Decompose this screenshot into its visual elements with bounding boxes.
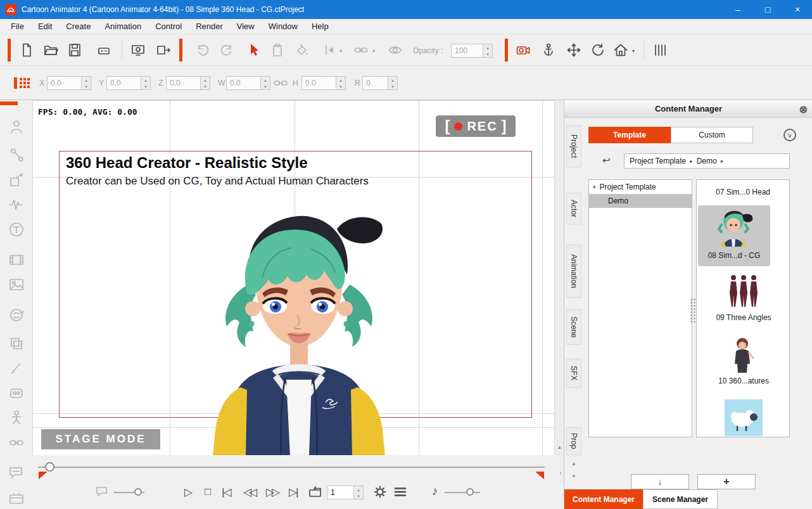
stop-button[interactable]: □ [205, 486, 211, 498]
tab-project[interactable]: Project [566, 126, 581, 167]
panel-close-icon[interactable]: ⊗ [799, 103, 808, 115]
maximize-button[interactable]: □ [753, 0, 782, 19]
text-tool-icon[interactable] [8, 221, 25, 238]
loop-playback-button[interactable] [308, 485, 323, 502]
flip-dropdown-icon[interactable]: ▾ [339, 48, 342, 54]
timeline-settings-gear-icon[interactable] [372, 484, 388, 501]
previous-frame-button[interactable]: ◁◁ [243, 486, 255, 499]
link-dropdown-icon[interactable]: ▾ [372, 48, 375, 54]
three-sixty-view-icon[interactable] [8, 306, 25, 324]
r-input[interactable] [362, 76, 388, 90]
breadcrumb[interactable]: Project Template ▸ Demo ▸ [624, 153, 790, 169]
home-dropdown-icon[interactable]: ▾ [632, 48, 635, 54]
image-layer-icon[interactable] [8, 276, 25, 293]
item-caption-10[interactable]: 10 360...atures [697, 377, 790, 385]
grid-snap-icon[interactable] [13, 74, 30, 92]
paste-button[interactable] [269, 41, 286, 59]
actor-icon[interactable] [8, 118, 25, 136]
list-item-10[interactable]: 10 360...atures [697, 336, 790, 385]
y-stepper[interactable]: ▴▾ [141, 76, 151, 90]
menu-animation[interactable]: Animation [98, 19, 148, 34]
tree-demo-row[interactable]: Demo [589, 194, 692, 208]
w-input[interactable] [226, 76, 261, 90]
tab-animation[interactable]: Animation [566, 245, 581, 298]
home-view-button[interactable] [612, 41, 630, 59]
menu-help[interactable]: Help [305, 19, 336, 34]
minimize-button[interactable]: – [723, 0, 752, 19]
trim-tool-button[interactable] [95, 41, 113, 59]
stage-mode-button[interactable]: STAGE MODE [41, 429, 160, 449]
list-item-11[interactable] [697, 399, 790, 436]
volume-slider-handle[interactable] [466, 488, 474, 496]
volume-slider-track[interactable] [445, 492, 480, 493]
breadcrumb-current[interactable]: Demo [697, 157, 717, 165]
list-item-09[interactable]: 09 Three Angles [697, 273, 790, 322]
bone-editor-icon[interactable] [8, 146, 25, 164]
puppet-icon[interactable] [8, 409, 25, 427]
visibility-button[interactable] [386, 41, 404, 59]
undo-button[interactable] [194, 41, 212, 59]
menu-window[interactable]: Window [262, 19, 305, 34]
canvas-vertical-scrollbar[interactable]: ▲ ▼ [554, 100, 564, 483]
menu-create[interactable]: Create [59, 19, 98, 34]
x-stepper[interactable]: ▴▾ [82, 76, 91, 90]
next-frame-button[interactable]: ▷▷ [266, 486, 277, 499]
link-button[interactable] [352, 41, 370, 59]
tab-prop[interactable]: Prop [566, 427, 581, 455]
menu-render[interactable]: Render [189, 19, 230, 34]
y-input[interactable] [106, 76, 141, 90]
breadcrumb-back-icon[interactable]: ↩ [602, 155, 611, 166]
stage-canvas[interactable]: FPS: 0.00, AVG: 0.00 [ REC ] 360 Head Cr… [33, 100, 554, 455]
prop-icon[interactable] [8, 171, 25, 189]
audio-icon[interactable] [8, 196, 25, 214]
speech-slider-handle[interactable] [134, 488, 142, 496]
flip-direction-button[interactable] [320, 41, 338, 59]
rec-indicator[interactable]: [ REC ] [436, 115, 516, 137]
h-input[interactable] [301, 76, 336, 90]
tab-scene-manager[interactable]: Scene Manager [643, 489, 718, 509]
panel-splitter-handle[interactable] [690, 298, 695, 323]
h-stepper[interactable]: ▴▾ [336, 76, 346, 90]
z-input[interactable] [166, 76, 201, 90]
dock-panels-button[interactable] [651, 41, 669, 59]
z-stepper[interactable]: ▴▾ [201, 76, 210, 90]
tab-template[interactable]: Template [588, 127, 671, 143]
chain-link-icon[interactable] [8, 434, 25, 451]
new-project-button[interactable] [18, 41, 35, 59]
frame-stepper[interactable]: ▴▾ [354, 486, 364, 499]
tab-scene[interactable]: Scene [566, 309, 581, 345]
tree-root-label[interactable]: Project Template [600, 183, 656, 191]
x-input[interactable] [47, 76, 82, 90]
item-caption-08[interactable]: 08 Sim...d - CG [698, 251, 770, 260]
menu-view[interactable]: View [230, 19, 262, 34]
close-button[interactable]: × [783, 0, 812, 19]
save-project-button[interactable] [66, 41, 84, 59]
list-item-08-selected[interactable]: 08 Sim...d - CG [698, 205, 770, 266]
play-button[interactable]: ▷ [184, 486, 193, 499]
w-stepper[interactable]: ▴▾ [261, 76, 270, 90]
range-end-marker[interactable] [535, 472, 544, 479]
rotate-tool-button[interactable] [589, 41, 607, 59]
clip-strip-icon[interactable] [8, 490, 25, 508]
r-stepper[interactable]: ▴▾ [388, 76, 398, 90]
frame-input[interactable] [327, 486, 354, 499]
range-start-marker[interactable] [39, 472, 48, 479]
brush-icon[interactable] [8, 359, 25, 377]
add-content-button[interactable]: + [697, 474, 756, 489]
tree-demo-label[interactable]: Demo [608, 197, 628, 205]
opacity-input[interactable] [451, 44, 483, 58]
render-strip-icon[interactable] [8, 251, 25, 269]
tab-custom[interactable]: Custom [671, 127, 753, 143]
menu-edit[interactable]: Edit [31, 19, 59, 34]
fill-color-button[interactable] [293, 41, 310, 59]
mask-icon[interactable] [8, 384, 25, 402]
download-content-button[interactable]: ↓ [631, 474, 689, 489]
timeline-track[interactable] [38, 467, 545, 468]
anchor-tool-button[interactable] [540, 41, 557, 59]
timeline-playhead[interactable] [45, 462, 54, 472]
item-caption-09[interactable]: 09 Three Angles [697, 313, 790, 322]
camera-view-button[interactable] [514, 41, 532, 59]
export-button[interactable] [155, 41, 172, 59]
note-bubble-icon[interactable] [8, 464, 25, 482]
opacity-stepper[interactable]: ▴▾ [483, 44, 493, 58]
